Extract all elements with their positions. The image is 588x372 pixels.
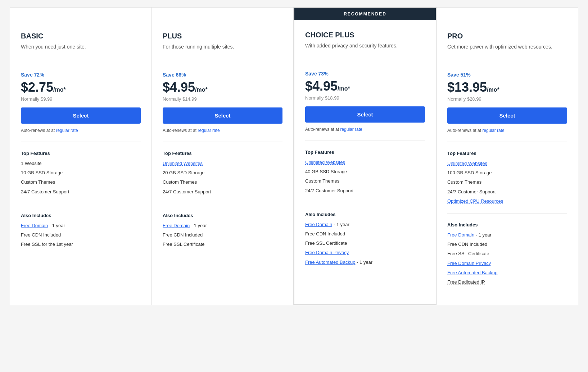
- feature-suffix: - 1 year: [355, 260, 372, 265]
- auto-renew-pro: Auto-renews at at regular rate: [447, 128, 567, 133]
- also-includes-list-pro: Free Domain - 1 yearFree CDN IncludedFre…: [447, 232, 567, 285]
- plan-normal-price-plus: Normally $14.99: [163, 96, 282, 102]
- list-item: Free SSL Certificate: [447, 251, 567, 257]
- top-features-title-basic: Top Features: [21, 151, 141, 156]
- plan-per-choice-plus: /mo*: [338, 86, 350, 92]
- plan-name-pro: PRO: [447, 32, 567, 40]
- regular-rate-link-choice-plus[interactable]: regular rate: [340, 127, 362, 132]
- list-item: 40 GB SSD Storage: [305, 169, 425, 175]
- list-item: 1 Website: [21, 160, 141, 167]
- also-includes-link[interactable]: Free Domain: [21, 223, 48, 228]
- plan-per-plus: /mo*: [195, 87, 208, 93]
- also-includes-title-pro: Also Includes: [447, 222, 567, 228]
- plan-desc-plus: For those running multiple sites.: [163, 43, 282, 65]
- feature-link[interactable]: Unlimited Websites: [447, 161, 487, 166]
- feature-suffix: - 1 year: [48, 223, 65, 228]
- also-includes-link[interactable]: Free Domain: [163, 223, 190, 228]
- list-item: 10 GB SSD Storage: [21, 170, 141, 176]
- list-item: Free Domain - 1 year: [305, 221, 425, 228]
- plan-save-choice-plus: Save 73%: [305, 71, 425, 77]
- list-item: Free Automated Backup - 1 year: [305, 259, 425, 266]
- select-button-basic[interactable]: Select: [21, 107, 141, 124]
- feature-link[interactable]: Optimized CPU Resources: [447, 198, 503, 204]
- list-item: 24/7 Customer Support: [21, 189, 141, 195]
- also-includes-dotted[interactable]: Free Dedicated IP: [447, 279, 485, 285]
- plan-normal-price-choice-plus: Normally $18.99: [305, 95, 425, 101]
- list-item: Free Domain Privacy: [305, 249, 425, 256]
- feature-link[interactable]: Unlimited Websites: [163, 161, 203, 166]
- plan-desc-basic: When you need just one site.: [21, 43, 141, 65]
- list-item: Free SSL Certificate: [305, 240, 425, 247]
- list-item: Unlimited Websites: [447, 160, 567, 167]
- list-item: Free Domain - 1 year: [21, 222, 141, 229]
- list-item: Free Dedicated IP: [447, 279, 567, 285]
- list-item: Free Automated Backup: [447, 270, 567, 276]
- recommended-badge: RECOMMENDED: [294, 8, 436, 20]
- plan-save-basic: Save 72%: [21, 72, 141, 78]
- plan-price-row-choice-plus: $4.95/mo*: [305, 79, 425, 94]
- plan-price-basic: $2.75: [21, 80, 53, 95]
- list-item: Free SSL for the 1st year: [21, 241, 141, 248]
- list-item: 20 GB SSD Storage: [163, 170, 282, 176]
- also-includes-link[interactable]: Free Domain: [447, 232, 474, 238]
- plan-name-basic: BASIC: [21, 32, 141, 40]
- list-item: Unlimited Websites: [305, 159, 425, 166]
- also-includes-link[interactable]: Free Automated Backup: [305, 260, 355, 265]
- list-item: 24/7 Customer Support: [447, 189, 567, 195]
- feature-suffix: - 1 year: [332, 222, 349, 227]
- plan-save-plus: Save 66%: [163, 72, 282, 78]
- plan-normal-price-pro: Normally $28.99: [447, 96, 567, 102]
- also-includes-list-plus: Free Domain - 1 yearFree CDN IncludedFre…: [163, 222, 282, 248]
- list-item: Free Domain - 1 year: [163, 222, 282, 229]
- select-button-pro[interactable]: Select: [447, 107, 567, 124]
- plan-price-choice-plus: $4.95: [305, 79, 338, 94]
- feature-suffix: - 1 year: [474, 232, 492, 238]
- list-item: 24/7 Customer Support: [305, 188, 425, 194]
- plan-name-plus: PLUS: [163, 32, 282, 40]
- top-features-list-basic: 1 Website10 GB SSD StorageCustom Themes2…: [21, 160, 141, 195]
- plan-price-row-pro: $13.95/mo*: [447, 80, 567, 95]
- plan-desc-choice-plus: With added privacy and security features…: [305, 42, 425, 64]
- plan-col-pro: PROGet more power with optimized web res…: [437, 7, 578, 305]
- also-includes-link[interactable]: Free Domain Privacy: [447, 261, 491, 266]
- also-includes-link[interactable]: Free Automated Backup: [447, 270, 497, 275]
- also-includes-title-choice-plus: Also Includes: [305, 212, 425, 217]
- auto-renew-basic: Auto-renews at at regular rate: [21, 128, 141, 133]
- plan-name-choice-plus: CHOICE PLUS: [305, 31, 425, 39]
- also-includes-title-basic: Also Includes: [21, 213, 141, 218]
- list-item: 100 GB SSD Storage: [447, 170, 567, 176]
- plan-price-pro: $13.95: [447, 80, 487, 95]
- also-includes-link[interactable]: Free Domain Privacy: [305, 250, 349, 255]
- list-item: 24/7 Customer Support: [163, 189, 282, 195]
- list-item: Custom Themes: [163, 179, 282, 185]
- feature-link[interactable]: Unlimited Websites: [305, 160, 345, 165]
- list-item: Free CDN Included: [447, 241, 567, 248]
- select-button-choice-plus[interactable]: Select: [305, 106, 425, 123]
- top-features-title-pro: Top Features: [447, 151, 567, 156]
- list-item: Free CDN Included: [305, 231, 425, 237]
- top-features-title-plus: Top Features: [163, 151, 282, 156]
- regular-rate-link-basic[interactable]: regular rate: [56, 128, 78, 133]
- plan-price-plus: $4.95: [163, 80, 195, 95]
- pricing-table: BASICWhen you need just one site.Save 72…: [10, 7, 578, 305]
- list-item: Unlimited Websites: [163, 160, 282, 167]
- auto-renew-choice-plus: Auto-renews at at regular rate: [305, 127, 425, 132]
- regular-rate-link-plus[interactable]: regular rate: [198, 128, 220, 133]
- list-item: Free SSL Certificate: [163, 241, 282, 248]
- also-includes-link[interactable]: Free Domain: [305, 222, 332, 227]
- regular-rate-link-pro[interactable]: regular rate: [482, 128, 504, 133]
- list-item: Free CDN Included: [163, 232, 282, 238]
- list-item: Free CDN Included: [21, 232, 141, 238]
- plan-col-choice-plus: RECOMMENDEDCHOICE PLUSWith added privacy…: [294, 7, 437, 305]
- list-item: Custom Themes: [447, 179, 567, 185]
- list-item: Optimized CPU Resources: [447, 198, 567, 205]
- plan-desc-pro: Get more power with optimized web resour…: [447, 43, 567, 65]
- plan-col-plus: PLUSFor those running multiple sites.Sav…: [152, 7, 294, 305]
- feature-suffix: - 1 year: [190, 223, 207, 228]
- top-features-list-pro: Unlimited Websites100 GB SSD StorageCust…: [447, 160, 567, 205]
- select-button-plus[interactable]: Select: [163, 107, 282, 124]
- list-item: Free Domain Privacy: [447, 260, 567, 267]
- plan-col-basic: BASICWhen you need just one site.Save 72…: [10, 7, 152, 305]
- plan-price-row-plus: $4.95/mo*: [163, 80, 282, 95]
- also-includes-list-basic: Free Domain - 1 yearFree CDN IncludedFre…: [21, 222, 141, 248]
